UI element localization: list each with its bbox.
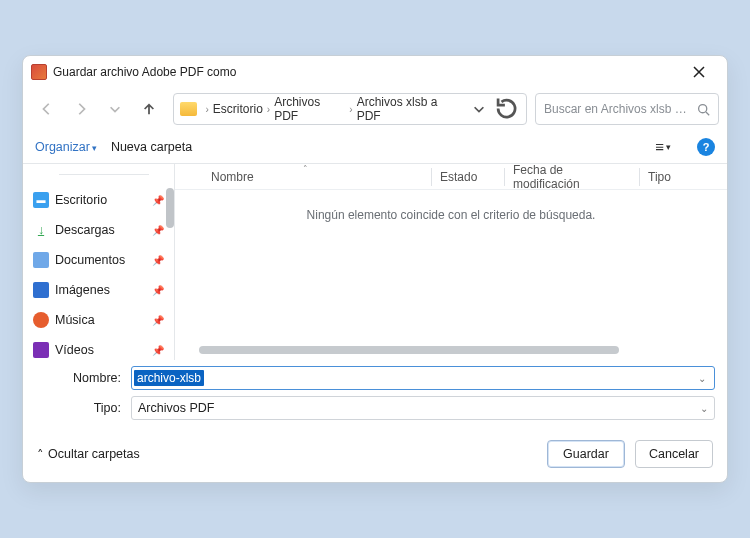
- new-folder-button[interactable]: Nueva carpeta: [111, 140, 192, 154]
- sidebar-scrollbar[interactable]: [166, 188, 174, 228]
- pin-icon: 📌: [152, 255, 164, 266]
- sidebar-item-label: Música: [55, 313, 95, 327]
- chevron-down-icon: ⌄: [700, 403, 708, 414]
- breadcrumb-segment[interactable]: Escritorio: [213, 102, 263, 116]
- pin-icon: 📌: [152, 195, 164, 206]
- path-dropdown-button[interactable]: [469, 93, 488, 125]
- videos-icon: [33, 342, 49, 358]
- sidebar-item-documents[interactable]: Documentos 📌: [23, 246, 174, 274]
- hide-folders-button[interactable]: ˄ Ocultar carpetas: [37, 447, 140, 462]
- filetype-select[interactable]: Archivos PDF ⌄: [131, 396, 715, 420]
- sidebar-item-desktop[interactable]: ▬ Escritorio 📌: [23, 186, 174, 214]
- dialog-body: ▬ Escritorio 📌 ↓ Descargas 📌 Documentos …: [23, 164, 727, 360]
- sidebar: ▬ Escritorio 📌 ↓ Descargas 📌 Documentos …: [23, 164, 175, 360]
- breadcrumb-segment[interactable]: Archivos xlsb a PDF: [357, 95, 462, 123]
- view-options-button[interactable]: ≡ ▾: [655, 138, 671, 155]
- horizontal-scrollbar[interactable]: [181, 342, 721, 356]
- music-icon: [33, 312, 49, 328]
- sidebar-item-label: Vídeos: [55, 343, 94, 357]
- breadcrumb-segment[interactable]: Archivos PDF: [274, 95, 345, 123]
- sidebar-item-label: Documentos: [55, 253, 125, 267]
- svg-point-0: [699, 104, 707, 112]
- filename-input[interactable]: archivo-xlsb ⌄: [131, 366, 715, 390]
- titlebar: Guardar archivo Adobe PDF como: [23, 56, 727, 88]
- toolbar: Organizar▾ Nueva carpeta ≡ ▾ ?: [23, 130, 727, 164]
- column-header-name[interactable]: ˄ Nombre: [203, 170, 431, 184]
- images-icon: [33, 282, 49, 298]
- filetype-label: Tipo:: [35, 401, 131, 415]
- sidebar-item-label: Escritorio: [55, 193, 107, 207]
- save-dialog: Guardar archivo Adobe PDF como › Escrito…: [22, 55, 728, 483]
- empty-message: Ningún elemento coincide con el criterio…: [175, 190, 727, 342]
- chevron-up-icon: ˄: [37, 447, 44, 462]
- app-icon: [31, 64, 47, 80]
- pin-icon: 📌: [152, 225, 164, 236]
- filetype-value: Archivos PDF: [138, 401, 214, 415]
- documents-icon: [33, 252, 49, 268]
- column-headers: ˄ Nombre Estado Fecha de modificación Ti…: [175, 164, 727, 190]
- cancel-button[interactable]: Cancelar: [635, 440, 713, 468]
- search-icon: [697, 103, 710, 116]
- window-title: Guardar archivo Adobe PDF como: [53, 65, 679, 79]
- recent-locations-button[interactable]: [99, 93, 131, 125]
- pin-icon: 📌: [152, 315, 164, 326]
- organize-menu[interactable]: Organizar▾: [35, 140, 97, 154]
- help-button[interactable]: ?: [697, 138, 715, 156]
- sort-asc-icon: ˄: [303, 164, 308, 174]
- navbar: › Escritorio › Archivos PDF › Archivos x…: [23, 88, 727, 130]
- save-button[interactable]: Guardar: [547, 440, 625, 468]
- chevron-right-icon: ›: [349, 104, 352, 115]
- chevron-right-icon: ›: [267, 104, 270, 115]
- desktop-icon: ▬: [33, 192, 49, 208]
- search-input[interactable]: Buscar en Archivos xlsb a PDF: [535, 93, 719, 125]
- file-list-area: ˄ Nombre Estado Fecha de modificación Ti…: [175, 164, 727, 360]
- sidebar-item-images[interactable]: Imágenes 📌: [23, 276, 174, 304]
- sidebar-item-music[interactable]: Música 📌: [23, 306, 174, 334]
- sidebar-item-videos[interactable]: Vídeos 📌: [23, 336, 174, 364]
- filename-label: Nombre:: [35, 371, 131, 385]
- column-header-type[interactable]: Tipo: [640, 170, 690, 184]
- chevron-down-icon[interactable]: ⌄: [692, 373, 712, 384]
- up-button[interactable]: [133, 93, 165, 125]
- breadcrumb[interactable]: › Escritorio › Archivos PDF › Archivos x…: [173, 93, 527, 125]
- footer: ˄ Ocultar carpetas Guardar Cancelar: [23, 430, 727, 482]
- pin-icon: 📌: [152, 285, 164, 296]
- chevron-right-icon: ›: [205, 104, 208, 115]
- column-header-date[interactable]: Fecha de modificación: [505, 163, 639, 191]
- search-placeholder: Buscar en Archivos xlsb a PDF: [544, 102, 691, 116]
- forward-button[interactable]: [65, 93, 97, 125]
- sidebar-item-label: Descargas: [55, 223, 115, 237]
- refresh-button[interactable]: [493, 95, 520, 122]
- save-fields: Nombre: archivo-xlsb ⌄ Tipo: Archivos PD…: [23, 360, 727, 430]
- filename-value: archivo-xlsb: [134, 370, 204, 386]
- download-icon: ↓: [33, 222, 49, 238]
- sidebar-item-label: Imágenes: [55, 283, 110, 297]
- pin-icon: 📌: [152, 345, 164, 356]
- folder-icon: [180, 102, 197, 116]
- sidebar-item-downloads[interactable]: ↓ Descargas 📌: [23, 216, 174, 244]
- column-header-state[interactable]: Estado: [432, 170, 504, 184]
- back-button[interactable]: [31, 93, 63, 125]
- close-button[interactable]: [679, 58, 719, 86]
